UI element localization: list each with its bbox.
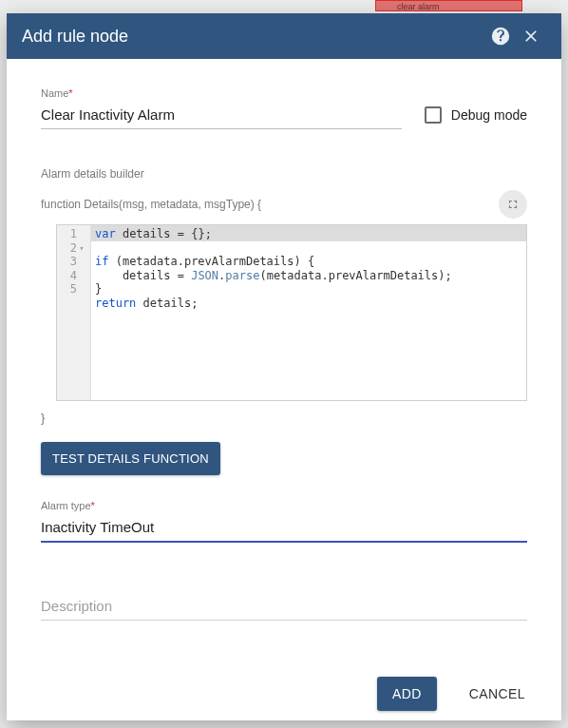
alarm-details-section-title: Alarm details builder	[41, 167, 527, 181]
dialog-title: Add rule node	[22, 27, 128, 47]
fold-marker-icon[interactable]: ▾	[79, 241, 85, 256]
background-node-label: clear alarm	[397, 2, 440, 11]
close-button[interactable]	[516, 21, 546, 51]
gutter-line-5: 5	[70, 282, 77, 297]
add-rule-node-dialog: Add rule node Name* Debug mode	[7, 13, 561, 720]
editor-code-area[interactable]: var details = {}; if (metadata.prevAlarm…	[91, 225, 526, 400]
content-scrollbar[interactable]	[554, 59, 561, 665]
name-input[interactable]	[41, 103, 402, 129]
alarm-type-required-marker: *	[91, 500, 95, 511]
description-field	[41, 594, 527, 621]
name-label: Name*	[41, 87, 402, 99]
gutter-line-2: 2	[70, 241, 77, 256]
dialog-content: Name* Debug mode Alarm details builder f…	[7, 59, 561, 665]
help-button[interactable]	[485, 21, 516, 51]
code-editor[interactable]: 1 2▾ 3 4 5 var details = {}; if (metadat…	[56, 224, 527, 401]
background-node-clear-alarm: clear alarm	[375, 0, 522, 11]
name-field: Name*	[41, 87, 402, 129]
editor-gutter: 1 2▾ 3 4 5	[57, 225, 91, 400]
debug-mode-label: Debug mode	[451, 107, 527, 123]
test-details-function-button[interactable]: TEST DETAILS FUNCTION	[41, 442, 220, 475]
dialog-footer: ADD CANCEL	[7, 665, 561, 720]
debug-mode-checkbox[interactable]	[425, 106, 442, 124]
debug-mode-wrap: Debug mode	[425, 106, 527, 129]
alarm-type-label-text: Alarm type	[41, 500, 91, 511]
dialog-titlebar: Add rule node	[7, 13, 561, 59]
cancel-button[interactable]: CANCEL	[454, 677, 540, 711]
gutter-line-3: 3	[70, 255, 77, 269]
fullscreen-button[interactable]	[499, 190, 527, 219]
function-signature-open: function Details(msg, metadata, msgType)…	[41, 198, 261, 211]
add-button[interactable]: ADD	[377, 677, 437, 711]
close-icon	[521, 27, 540, 46]
fullscreen-icon	[506, 198, 520, 211]
name-label-text: Name	[41, 87, 68, 99]
name-required-marker: *	[68, 87, 72, 99]
gutter-line-4: 4	[70, 269, 77, 283]
gutter-line-1: 1	[70, 227, 77, 241]
help-icon	[490, 26, 511, 47]
alarm-type-input[interactable]	[41, 515, 527, 543]
alarm-type-field: Alarm type*	[41, 500, 527, 543]
function-signature-close: }	[41, 411, 527, 425]
description-input[interactable]	[41, 594, 527, 621]
alarm-type-label: Alarm type*	[41, 500, 527, 511]
